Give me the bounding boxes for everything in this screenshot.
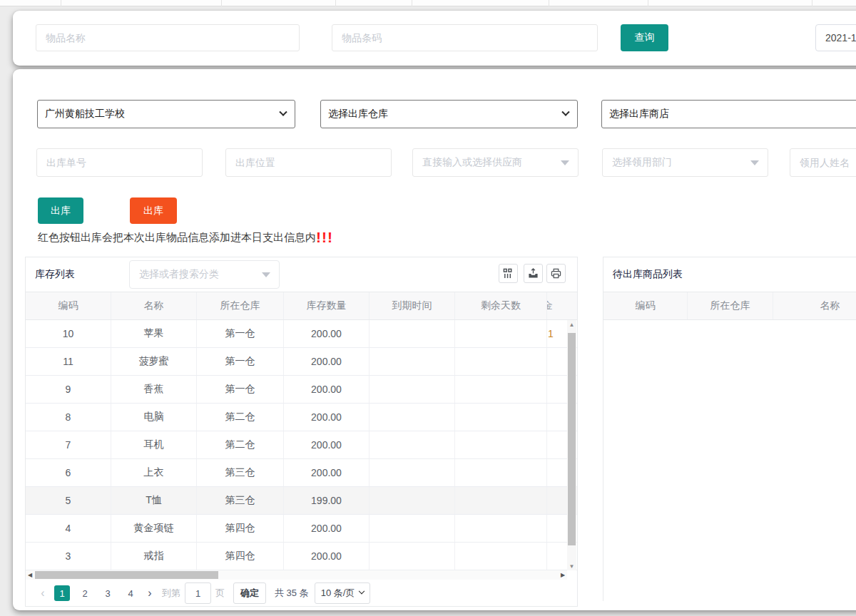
table-cell: 200.00 xyxy=(284,543,370,570)
confirm-button[interactable]: 确定 xyxy=(233,582,266,604)
table-row[interactable]: 7耳机第二仓200.00 xyxy=(26,431,577,459)
table-cell xyxy=(370,376,455,403)
table-cell: 上衣 xyxy=(111,459,197,486)
page-number-button[interactable]: 2 xyxy=(77,585,93,601)
table-row[interactable]: 3戒指第四仓200.00 xyxy=(26,543,577,570)
table-cell: 200.00 xyxy=(284,515,370,542)
inventory-column-header: 剩余天数 xyxy=(455,292,547,319)
table-row[interactable]: 10苹果第一仓200.001 xyxy=(26,320,577,348)
table-cell: 200.00 xyxy=(284,431,370,458)
caret-down-icon xyxy=(561,160,569,165)
pending-panel: 待出库商品列表 编码所在仓库名称 xyxy=(603,257,856,601)
table-cell: 7 xyxy=(26,431,111,458)
table-cell: 6 xyxy=(26,459,111,486)
item-name-input[interactable] xyxy=(36,24,300,51)
department-select[interactable]: 选择领用部门 xyxy=(602,148,768,177)
page-number-button[interactable]: 3 xyxy=(100,585,116,601)
table-cell: 200.00 xyxy=(284,404,370,431)
vertical-scrollbar[interactable]: ▲ ▼ xyxy=(567,320,576,570)
table-cell: 5 xyxy=(26,487,111,514)
warning-note: 红色按钮出库会把本次出库物品信息添加进本日支出信息内!!! xyxy=(38,227,333,245)
inventory-panel: 库存列表 选择或者搜索分类 xyxy=(25,257,578,607)
pending-column-header: 编码 xyxy=(603,292,688,319)
vertical-scroll-thumb[interactable] xyxy=(568,333,576,545)
table-cell: 耳机 xyxy=(111,431,197,458)
date-value: 2021-11 xyxy=(825,32,856,43)
table-cell: 9 xyxy=(26,376,111,403)
page-size-value: 10 条/页 xyxy=(321,587,355,600)
page-number-button[interactable]: 1 xyxy=(54,585,70,601)
chevron-down-icon xyxy=(279,108,287,116)
search-bar-card: 查询 2021-11 xyxy=(13,11,856,66)
page-size-select[interactable]: 10 条/页 xyxy=(315,582,371,604)
table-cell xyxy=(370,404,455,431)
table-cell xyxy=(370,515,455,542)
scroll-up-icon[interactable]: ▲ xyxy=(567,320,576,329)
chevron-down-icon xyxy=(561,108,569,116)
recipient-input[interactable] xyxy=(790,148,856,177)
pending-column-header: 名称 xyxy=(773,292,856,319)
inventory-column-header: 库存数量 xyxy=(284,292,370,319)
table-cell: 第一仓 xyxy=(197,376,284,403)
table-cell xyxy=(455,348,547,375)
inventory-column-header: 编码 xyxy=(26,292,111,319)
table-row[interactable]: 6上衣第三仓200.00 xyxy=(26,459,577,487)
table-cell: 戒指 xyxy=(111,543,197,570)
query-button[interactable]: 查询 xyxy=(621,24,668,51)
table-cell xyxy=(455,404,547,431)
inventory-column-header-partial: 金 xyxy=(547,292,553,319)
goto-page-input[interactable] xyxy=(185,582,211,604)
table-cell: 苹果 xyxy=(111,320,197,347)
stock-out-button-teal[interactable]: 出库 xyxy=(38,197,83,224)
table-cell: 200.00 xyxy=(284,348,370,375)
table-cell: 第四仓 xyxy=(197,543,284,570)
horizontal-scrollbar[interactable]: ◀ ▶ xyxy=(26,570,567,580)
table-cell: 200.00 xyxy=(284,320,370,347)
table-cell: 3 xyxy=(26,543,111,570)
table-row[interactable]: 4黄金项链第四仓200.00 xyxy=(26,515,577,543)
table-cell: 4 xyxy=(26,515,111,542)
inventory-title: 库存列表 xyxy=(35,257,75,292)
page-numbers: 1234 xyxy=(51,585,142,601)
inventory-column-header: 所在仓库 xyxy=(197,292,284,319)
page-next-button[interactable]: › xyxy=(142,587,158,600)
supplier-select[interactable]: 直接输入或选择供应商 xyxy=(412,148,579,177)
chevron-down-icon xyxy=(359,588,365,594)
stock-out-button-red[interactable]: 出库 xyxy=(130,197,177,224)
category-select[interactable]: 选择或者搜索分类 xyxy=(129,260,280,289)
pagination: ‹ 1234 › 到第 页 确定 共 35 条 10 条/页 xyxy=(35,582,370,604)
warehouse-select[interactable]: 选择出库仓库 xyxy=(320,100,578,128)
inventory-table-body: 10苹果第一仓200.00111菠萝蜜第一仓200.009香蕉第一仓200.00… xyxy=(26,320,577,570)
inventory-toolbar: 库存列表 选择或者搜索分类 xyxy=(26,257,577,292)
order-no-input[interactable] xyxy=(36,148,203,177)
table-cell xyxy=(370,459,455,486)
table-cell xyxy=(455,487,547,514)
export-icon[interactable] xyxy=(524,264,543,283)
table-row[interactable]: 11菠萝蜜第一仓200.00 xyxy=(26,348,577,376)
columns-icon[interactable] xyxy=(499,264,518,283)
store-select[interactable]: 选择出库商店 xyxy=(601,100,856,128)
table-row[interactable]: 9香蕉第一仓200.00 xyxy=(26,376,577,404)
scroll-left-icon[interactable]: ◀ xyxy=(26,570,34,580)
page-number-button[interactable]: 4 xyxy=(123,585,138,601)
pending-toolbar: 待出库商品列表 xyxy=(603,257,856,292)
table-cell: 香蕉 xyxy=(111,376,197,403)
table-cell: 200.00 xyxy=(284,459,370,486)
print-icon[interactable] xyxy=(546,264,566,283)
page-prev-button[interactable]: ‹ xyxy=(35,587,51,600)
supplier-placeholder: 直接输入或选择供应商 xyxy=(422,156,522,169)
table-cell xyxy=(455,376,547,403)
location-input[interactable] xyxy=(225,148,392,177)
item-barcode-input[interactable] xyxy=(332,24,598,51)
horizontal-scroll-thumb[interactable] xyxy=(35,571,218,579)
table-row[interactable]: 8电脑第二仓200.00 xyxy=(26,404,577,431)
scroll-down-icon[interactable]: ▼ xyxy=(567,562,576,570)
table-row[interactable]: 5T恤第三仓199.00 xyxy=(26,487,577,515)
date-input[interactable]: 2021-11 xyxy=(815,24,856,51)
table-cell xyxy=(370,320,455,347)
inventory-header-row: 编码名称所在仓库库存数量到期时间剩余天数金 xyxy=(26,292,577,320)
scroll-right-icon[interactable]: ▶ xyxy=(559,570,567,580)
table-cell xyxy=(455,320,547,347)
school-select[interactable]: 广州黄船技工学校 xyxy=(37,100,295,128)
table-cell: 菠萝蜜 xyxy=(111,348,197,375)
